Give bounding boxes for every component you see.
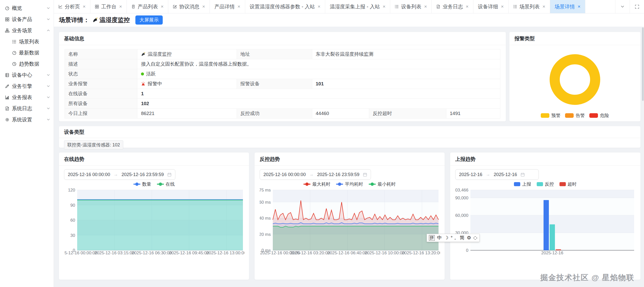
chevron-down-icon [47,73,50,77]
alarm-legend: 预警告警危险 [509,112,640,119]
legend-item[interactable]: 超时 [559,181,577,187]
close-icon[interactable]: × [578,4,580,9]
ime-punctuation-icon[interactable]: °， [451,235,458,241]
ime-simplified-mode[interactable]: 简 [460,235,465,241]
legend-item[interactable]: 上报 [514,181,531,187]
legend-item[interactable]: 在线 [157,181,175,187]
field-label: 反控超时 [369,109,446,119]
svg-text:2025-12-16: 2025-12-16 [541,251,563,255]
page-header: 场景详情： 温湿度监控 大屏展示 [54,13,644,27]
online-trend-date-range[interactable]: 2025-12-16 00:00:00 → 2025-12-16 23:59:5… [64,169,175,180]
tab-4[interactable]: 协议消息× [168,0,210,13]
siren-icon [141,82,146,86]
tab-8[interactable]: 设备列表× [390,0,432,13]
report-trend-date-range[interactable]: 2025-12-16 → 2025-12-16 [455,169,539,180]
input-method-toolbar[interactable]: 拼 中 ☽ °， 简 ⚙ [427,234,480,242]
fullscreen-button[interactable] [630,0,644,13]
sidebar-item-label: 最新数据 [19,49,50,56]
online-trend-chart: 03060901205-12-16 00:00:002025-12-16 03:… [64,187,244,256]
sidebar-item-11[interactable]: 系统设置 [0,114,54,125]
pen-icon [5,84,9,88]
satellite-icon [92,17,98,23]
ime-halfwidth-icon[interactable]: ☽ [444,235,448,241]
close-icon[interactable]: × [202,4,205,9]
tab-label: 产品详情 [214,3,235,10]
control-trend-title: 反控趋势 [255,152,445,166]
close-icon[interactable]: × [424,4,427,9]
sidebar-item-label: 概览 [12,5,44,12]
doc-icon [131,5,135,9]
field-label: 所有设备 [65,99,137,109]
chevron-down-icon [47,17,50,21]
ime-chinese-mode[interactable]: 中 [437,235,442,241]
close-icon[interactable]: × [466,4,468,9]
tab-10[interactable]: 设备详细× [473,0,509,13]
sidebar-item-9[interactable]: 业务报表 [0,92,54,103]
ime-settings-gear-icon[interactable]: ⚙ [467,235,471,241]
close-icon[interactable]: × [383,4,385,9]
sidebar-item-1[interactable]: 概览 [0,3,54,14]
close-icon[interactable]: × [237,4,240,9]
sidebar-item-2[interactable]: 设备产品 [0,14,54,25]
tab-3[interactable]: 产品列表× [127,0,168,13]
close-icon[interactable]: × [119,4,122,9]
satellite-icon [141,52,146,56]
gauge-icon [12,51,16,55]
report-trend-legend: 上报反控超时 [455,181,635,187]
svg-text:60 ms: 60 ms [260,200,271,205]
tab-11[interactable]: 场景列表× [509,0,550,13]
chevron-down-icon [47,84,50,88]
sidebar: 概览设备产品业务场景场景列表最新数据趋势数据设备中心业务引擎业务报表系统日志系统… [0,0,54,287]
tab-label: 业务日志 [443,3,463,10]
close-icon[interactable]: × [501,4,504,9]
legend-item[interactable]: 告警 [565,112,585,119]
sidebar-item-6[interactable]: 趋势数据 [0,58,54,69]
sidebar-item-label: 业务引擎 [12,83,44,90]
sidebar-item-7[interactable]: 设备中心 [0,69,54,81]
sidebar-item-10[interactable]: 系统日志 [0,103,54,114]
big-screen-button[interactable]: 大屏展示 [135,15,163,25]
tab-label: 设置温湿度传感器参数 - 入站 [250,3,315,10]
scrollbar-thumb[interactable] [642,27,644,101]
svg-text:0: 0 [466,248,468,253]
legend-marker [133,184,140,185]
tab-6[interactable]: 设置温湿度传感器参数 - 入站× [245,0,325,13]
close-icon[interactable]: × [543,4,545,9]
ime-expand-icon[interactable] [473,236,477,240]
tab-label: 分析页 [65,3,80,10]
sidebar-item-5[interactable]: 最新数据 [0,47,54,58]
device-type-title: 设备类型 [59,126,640,138]
tab-label: 设备详细 [478,3,498,10]
basic-info-card: 基础信息 名称温湿度监控地址东非大裂谷温湿度持续监测描述接入自定义固长配置协议，… [59,32,506,122]
ime-pinyin-mode[interactable]: 拼 [429,235,435,241]
svg-text:2025-12-16 13:00:00: 2025-12-16 13:00:00 [206,251,244,255]
sidebar-item-3[interactable]: 业务场景 [0,25,54,36]
tab-9[interactable]: 业务日志× [432,0,473,13]
sidebar-item-8[interactable]: 业务引擎 [0,81,54,92]
tab-2[interactable]: 工作台× [90,0,127,13]
table-row: 业务报警报警中报警设备101 [65,79,500,89]
legend-item[interactable]: 危险 [589,112,609,119]
list-icon [513,5,517,9]
legend-item[interactable]: 数量 [133,181,151,187]
legend-item[interactable]: 反控 [537,181,554,187]
chevron-up-icon [47,29,50,32]
close-icon[interactable]: × [83,4,86,9]
tabs-collapse-button[interactable] [615,0,630,13]
sidebar-item-4[interactable]: 场景列表 [0,36,54,47]
legend-item[interactable]: 最大耗时 [303,181,330,187]
tab-1[interactable]: 分析页× [54,0,90,13]
log-icon [436,5,440,9]
control-trend-date-range[interactable]: 2025-12-16 00:00:00 → 2025-12-16 23:59:5… [260,169,371,180]
field-value: 101 [312,79,500,89]
legend-item[interactable]: 预警 [541,112,560,119]
tab-5[interactable]: 产品详情× [210,0,245,13]
legend-item[interactable]: 最小耗时 [369,181,396,187]
close-icon[interactable]: × [318,4,320,9]
close-icon[interactable]: × [161,4,163,9]
fullscreen-icon [635,5,639,9]
legend-item[interactable]: 平均耗时 [336,181,363,187]
tab-12[interactable]: 场景详情× [550,0,585,13]
legend-swatch [514,182,520,186]
tab-7[interactable]: 温湿度采集上报 - 入站× [325,0,390,13]
